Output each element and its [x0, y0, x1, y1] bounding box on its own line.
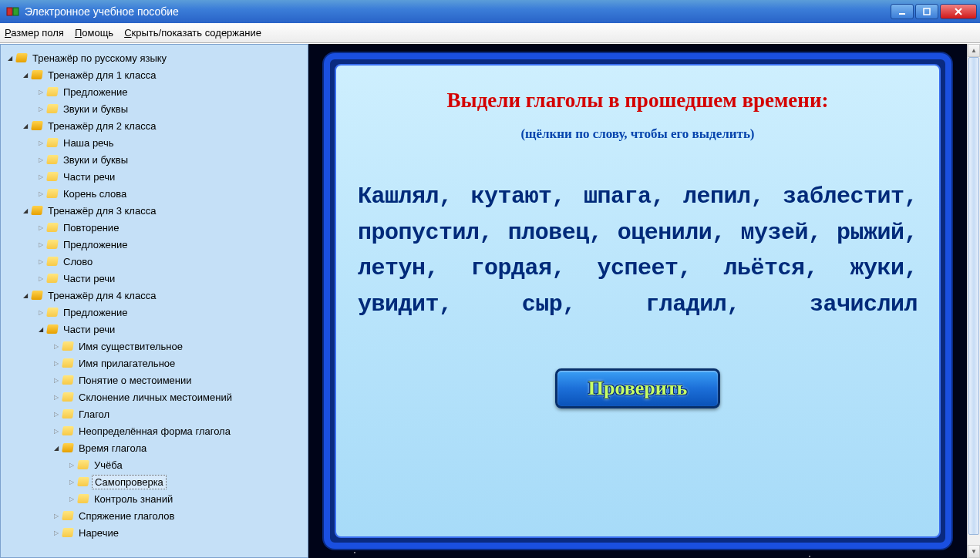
- tree-node-label[interactable]: Учёба: [92, 459, 125, 472]
- tree-node[interactable]: Части речи: [2, 270, 306, 287]
- tree-node-label[interactable]: Самопроверка: [92, 475, 167, 489]
- chevron-down-icon[interactable]: [21, 291, 30, 300]
- tree-node[interactable]: Понятие о местоимении: [2, 371, 306, 388]
- minimize-button[interactable]: [891, 4, 914, 19]
- titlebar: Электронное учебное пособие: [0, 0, 980, 23]
- tree-node[interactable]: Звуки и буквы: [2, 151, 306, 168]
- tree-node[interactable]: Звуки и буквы: [2, 100, 306, 117]
- chevron-down-icon[interactable]: [21, 121, 30, 130]
- selectable-word[interactable]: заблестит: [783, 183, 904, 210]
- close-button[interactable]: [940, 4, 977, 19]
- tree-node-label[interactable]: Имя прилагательное: [76, 357, 177, 370]
- selectable-word[interactable]: льётся: [723, 255, 804, 281]
- tree-node-label[interactable]: Предложение: [61, 86, 130, 99]
- tree-node-label[interactable]: Тренажёр для 3 класса: [45, 204, 158, 217]
- check-button[interactable]: Проверить: [555, 368, 721, 408]
- selectable-word[interactable]: лепил: [683, 183, 751, 210]
- chevron-down-icon[interactable]: [21, 206, 30, 215]
- selectable-word[interactable]: Кашлял: [358, 183, 439, 210]
- tree-node[interactable]: Учёба: [2, 456, 306, 473]
- tree-node[interactable]: Тренажёр по русскому языку: [2, 49, 306, 66]
- tree-node-label[interactable]: Склонение личных местоимений: [76, 391, 234, 404]
- tree-node[interactable]: Тренажёр для 4 класса: [2, 287, 306, 304]
- chevron-down-icon[interactable]: [52, 443, 61, 452]
- tree-node-label[interactable]: Спряжение глаголов: [76, 509, 177, 523]
- tree-node-label[interactable]: Понятие о местоимении: [76, 374, 194, 387]
- chevron-down-icon[interactable]: [5, 53, 15, 62]
- selectable-word[interactable]: пропустил: [358, 220, 480, 246]
- tree-node[interactable]: Тренажёр для 3 класса: [2, 202, 306, 219]
- chevron-down-icon[interactable]: [36, 324, 45, 334]
- tree-node-label[interactable]: Контроль знаний: [92, 492, 175, 506]
- tree-node-label[interactable]: Звуки и буквы: [61, 103, 130, 116]
- tree-node-label[interactable]: Имя существительное: [76, 340, 185, 353]
- tree-node-label[interactable]: Неопределённая форма глагола: [76, 425, 233, 438]
- vertical-scrollbar[interactable]: ▲ ▼: [967, 44, 980, 558]
- chevron-down-icon[interactable]: [21, 70, 30, 79]
- tree-node[interactable]: Части речи: [2, 168, 306, 185]
- tree-node[interactable]: Повторение: [2, 219, 306, 236]
- tree-node-label[interactable]: Слово: [61, 255, 95, 268]
- selectable-word[interactable]: сыр: [522, 291, 563, 318]
- selectable-word[interactable]: оценили: [618, 220, 712, 246]
- tree-node-label[interactable]: Время глагола: [76, 442, 149, 455]
- selectable-word[interactable]: гладил: [645, 291, 726, 318]
- tree-node[interactable]: Время глагола: [2, 439, 306, 456]
- tree-node-label[interactable]: Наша речь: [61, 136, 116, 150]
- selectable-word[interactable]: летун: [358, 255, 426, 281]
- tree-node[interactable]: Тренажёр для 2 класса: [2, 117, 306, 134]
- tree-node-label[interactable]: Корень слова: [61, 187, 129, 200]
- tree-node-label[interactable]: Части речи: [61, 170, 117, 183]
- menubar: Размер поляПомощьСкрыть/показать содержа…: [0, 23, 980, 43]
- tree-node[interactable]: Спряжение глаголов: [2, 507, 306, 524]
- app-window: Электронное учебное пособие Размер поляП…: [0, 0, 980, 558]
- tree-node-label[interactable]: Части речи: [61, 323, 117, 336]
- tree-node-label[interactable]: Предложение: [61, 238, 130, 251]
- tree-node[interactable]: Части речи: [2, 321, 306, 338]
- tree-node-label[interactable]: Тренажёр для 2 класса: [45, 119, 158, 133]
- menu-item[interactable]: Скрыть/показать содержание: [124, 27, 261, 39]
- tree-node[interactable]: Наша речь: [2, 134, 306, 151]
- tree-node[interactable]: Имя прилагательное: [2, 355, 306, 371]
- maximize-button[interactable]: [915, 4, 938, 19]
- tree-node-label[interactable]: Тренажёр по русскому языку: [30, 52, 169, 65]
- tree-node[interactable]: Тренажёр для 1 класса: [2, 66, 306, 83]
- tree-node[interactable]: Контроль знаний: [2, 490, 306, 507]
- selectable-word[interactable]: пловец: [508, 220, 589, 246]
- selectable-word[interactable]: успеет: [597, 255, 678, 281]
- scroll-down-icon[interactable]: ▼: [968, 545, 980, 558]
- tree-node-label[interactable]: Звуки и буквы: [61, 153, 130, 166]
- selectable-word[interactable]: кутают: [471, 183, 552, 210]
- tree-node-label[interactable]: Повторение: [61, 221, 121, 234]
- selectable-word[interactable]: гордая: [470, 255, 551, 281]
- tree-node[interactable]: Предложение: [2, 236, 306, 253]
- tree-node-label[interactable]: Тренажёр для 4 класса: [45, 289, 158, 302]
- tree-node[interactable]: Глагол: [2, 405, 306, 422]
- tree-node[interactable]: Предложение: [2, 304, 306, 321]
- scroll-up-icon[interactable]: ▲: [968, 44, 980, 57]
- sidebar-tree[interactable]: Тренажёр по русскому языкуТренажёр для 1…: [0, 44, 308, 558]
- tree-node[interactable]: Самопроверка: [2, 473, 306, 490]
- tree-node[interactable]: Имя существительное: [2, 338, 306, 355]
- selectable-word[interactable]: зачислил: [810, 291, 918, 318]
- tree-node[interactable]: Слово: [2, 253, 306, 270]
- tree-node-label[interactable]: Тренажёр для 1 класса: [45, 69, 158, 82]
- selectable-word[interactable]: музей: [740, 220, 808, 246]
- selectable-word[interactable]: рыжий: [837, 220, 904, 246]
- hint-text: (щёлкни по слову, чтобы его выделить): [520, 126, 754, 142]
- menu-item[interactable]: Помощь: [75, 27, 113, 39]
- tree-node-label[interactable]: Части речи: [61, 272, 117, 285]
- tree-node[interactable]: Наречие: [2, 524, 306, 541]
- tree-node-label[interactable]: Глагол: [76, 408, 112, 421]
- scroll-thumb[interactable]: [968, 57, 979, 535]
- selectable-word[interactable]: шпага: [584, 183, 652, 210]
- tree-node[interactable]: Неопределённая форма глагола: [2, 422, 306, 439]
- selectable-word[interactable]: жуки: [850, 255, 904, 281]
- selectable-word[interactable]: увидит: [358, 291, 439, 318]
- menu-item[interactable]: Размер поля: [5, 27, 64, 39]
- tree-node[interactable]: Корень слова: [2, 185, 306, 202]
- tree-node[interactable]: Предложение: [2, 83, 306, 100]
- tree-node[interactable]: Склонение личных местоимений: [2, 388, 306, 405]
- tree-node-label[interactable]: Наречие: [76, 526, 121, 540]
- tree-node-label[interactable]: Предложение: [61, 306, 130, 319]
